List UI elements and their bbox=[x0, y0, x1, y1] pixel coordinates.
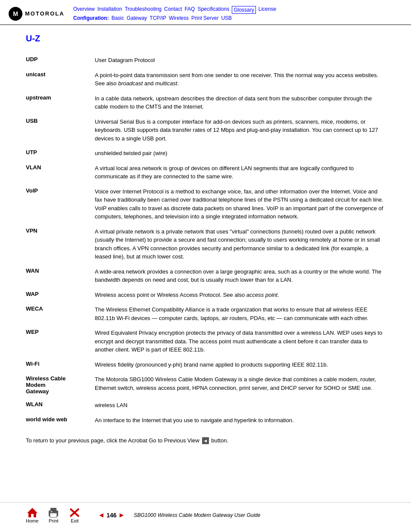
def-vpn: A virtual private network is a private n… bbox=[95, 225, 385, 265]
table-row: UDP User Datagram Protocol bbox=[26, 54, 385, 69]
prev-page-note: To return to your previous page, click t… bbox=[26, 437, 385, 444]
home-button[interactable]: Home bbox=[26, 507, 38, 523]
def-udp: User Datagram Protocol bbox=[95, 54, 385, 69]
nav-license[interactable]: License bbox=[258, 6, 276, 14]
page-number: 146 bbox=[106, 512, 116, 519]
def-wep: Wired Equivalent Privacy encryption prot… bbox=[95, 327, 385, 358]
term-vlan: VLAN bbox=[26, 162, 95, 185]
nav-usb[interactable]: USB bbox=[221, 15, 232, 21]
doc-title: SBG1000 Wireless Cable Modem Gateway Use… bbox=[134, 512, 260, 518]
nav-gateway[interactable]: Gateway bbox=[127, 15, 147, 21]
table-row: world wide web An interface to the Inter… bbox=[26, 414, 385, 429]
term-unicast: unicast bbox=[26, 69, 95, 92]
config-label: Configuration: bbox=[73, 15, 109, 21]
term-wcmg: Wireless CableModemGateway bbox=[26, 373, 95, 399]
table-row: WEP Wired Equivalent Privacy encryption … bbox=[26, 327, 385, 358]
svg-marker-0 bbox=[27, 508, 37, 517]
def-wcmg: The Motorola SBG1000 Wireless Cable Mode… bbox=[95, 373, 385, 399]
nav-top: Overview Installation Troubleshooting Co… bbox=[73, 6, 402, 14]
home-icon bbox=[26, 507, 38, 518]
table-row: UTP unshielded twisted pair (wire) bbox=[26, 147, 385, 162]
def-www: An interface to the Internet that you us… bbox=[95, 414, 385, 429]
nav-basic[interactable]: Basic bbox=[112, 15, 124, 21]
motorola-logo: M bbox=[9, 7, 22, 21]
term-wifi: Wi-Fi bbox=[26, 358, 95, 373]
term-wep: WEP bbox=[26, 327, 95, 358]
table-row: WLAN wireless LAN bbox=[26, 399, 385, 414]
term-weca: WECA bbox=[26, 303, 95, 327]
nav-overview[interactable]: Overview bbox=[73, 6, 95, 14]
def-unicast: A point-to-point data transmission sent … bbox=[95, 69, 385, 92]
def-wap: Wireless access point or Wireless Access… bbox=[95, 289, 385, 304]
logo-area: M MOTOROLA bbox=[9, 7, 73, 21]
def-vlan: A virtual local area network is group of… bbox=[95, 162, 385, 185]
nav-print-server[interactable]: Print Server bbox=[191, 15, 218, 21]
glossary-table: UDP User Datagram Protocol unicast A poi… bbox=[26, 54, 385, 429]
exit-button[interactable]: Exit bbox=[68, 507, 81, 523]
table-row: VoIP Voice over Internet Protocol is a m… bbox=[26, 185, 385, 225]
nav-glossary[interactable]: Glossary bbox=[232, 6, 255, 14]
footer-icons: Home Print Exit bbox=[26, 507, 81, 523]
motorola-wordmark: MOTOROLA bbox=[25, 10, 65, 17]
def-upstream: In a cable data network, upstream descri… bbox=[95, 92, 385, 115]
prev-page-arrow[interactable]: ◄ bbox=[98, 511, 105, 519]
table-row: WAP Wireless access point or Wireless Ac… bbox=[26, 289, 385, 304]
table-row: Wireless CableModemGateway The Motorola … bbox=[26, 373, 385, 399]
svg-rect-2 bbox=[50, 508, 56, 511]
print-button[interactable]: Print bbox=[47, 507, 60, 523]
header: M MOTOROLA Overview Installation Trouble… bbox=[0, 0, 411, 25]
table-row: VPN A virtual private network is a priva… bbox=[26, 225, 385, 265]
next-page-arrow[interactable]: ► bbox=[118, 511, 125, 519]
table-row: WECA The Wireless Ethernet Compatibility… bbox=[26, 303, 385, 327]
exit-label: Exit bbox=[71, 518, 78, 523]
print-label: Print bbox=[49, 518, 59, 523]
acrobat-btn-icon: ◄ bbox=[202, 437, 209, 444]
svg-rect-3 bbox=[50, 513, 57, 517]
nav-troubleshooting[interactable]: Troubleshooting bbox=[125, 6, 162, 14]
term-vpn: VPN bbox=[26, 225, 95, 265]
term-udp: UDP bbox=[26, 54, 95, 69]
table-row: VLAN A virtual local area network is gro… bbox=[26, 162, 385, 185]
nav-faq[interactable]: FAQ bbox=[184, 6, 195, 14]
table-row: USB Universal Serial Bus is a computer i… bbox=[26, 115, 385, 147]
def-wlan: wireless LAN bbox=[95, 399, 385, 414]
nav-contact[interactable]: Contact bbox=[164, 6, 182, 14]
nav-area: Overview Installation Troubleshooting Co… bbox=[73, 6, 402, 21]
prev-page-text: To return to your previous page, click t… bbox=[26, 437, 199, 444]
page-indicator: ◄ 146 ► bbox=[98, 511, 125, 519]
def-voip: Voice over Internet Protocol is a method… bbox=[95, 185, 385, 225]
page-title: U-Z bbox=[26, 34, 385, 44]
term-usb: USB bbox=[26, 115, 95, 147]
def-usb: Universal Serial Bus is a computer inter… bbox=[95, 115, 385, 147]
nav-tcpip[interactable]: TCP/IP bbox=[149, 15, 166, 21]
term-upstream: upstream bbox=[26, 92, 95, 115]
def-utp: unshielded twisted pair (wire) bbox=[95, 147, 385, 162]
def-wan: A wide-area network provides a connectio… bbox=[95, 265, 385, 289]
term-utp: UTP bbox=[26, 147, 95, 162]
exit-icon bbox=[68, 507, 81, 518]
term-voip: VoIP bbox=[26, 185, 95, 225]
term-wap: WAP bbox=[26, 289, 95, 304]
table-row: unicast A point-to-point data transmissi… bbox=[26, 69, 385, 92]
prev-page-text2: button. bbox=[211, 437, 228, 444]
nav-specifications[interactable]: Specifications bbox=[197, 6, 229, 14]
main-content: U-Z UDP User Datagram Protocol unicast A… bbox=[0, 25, 411, 453]
term-www: world wide web bbox=[26, 414, 95, 429]
table-row: WAN A wide-area network provides a conne… bbox=[26, 265, 385, 289]
footer-nav: Home Print Exit ◄ 146 ► SBG1000 Wireless… bbox=[0, 502, 411, 528]
nav-bottom: Configuration: Basic Gateway TCP/IP Wire… bbox=[73, 15, 402, 21]
table-row: Wi-Fi Wireless fidelity (pronounced y-ph… bbox=[26, 358, 385, 373]
print-icon bbox=[47, 507, 60, 518]
svg-rect-4 bbox=[51, 511, 52, 512]
def-weca: The Wireless Ethernet Compatibility Alli… bbox=[95, 303, 385, 327]
table-row: upstream In a cable data network, upstre… bbox=[26, 92, 385, 115]
term-wlan: WLAN bbox=[26, 399, 95, 414]
def-wifi: Wireless fidelity (pronounced y-phi) bra… bbox=[95, 358, 385, 373]
motorola-m-icon: M bbox=[13, 10, 18, 17]
home-label: Home bbox=[26, 518, 38, 523]
nav-installation[interactable]: Installation bbox=[97, 6, 122, 14]
nav-wireless[interactable]: Wireless bbox=[169, 15, 189, 21]
term-wan: WAN bbox=[26, 265, 95, 289]
